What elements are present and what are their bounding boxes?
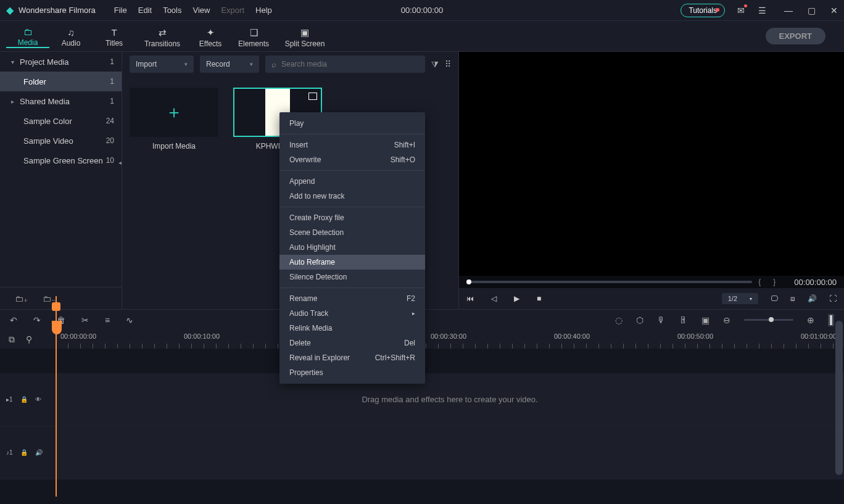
tab-audio[interactable]: ♫Audio [49,25,93,48]
stop-icon[interactable]: ■ [537,294,541,303]
import-dropdown[interactable]: Import▾ [130,56,194,73]
elements-icon: ❑ [250,27,258,38]
audio-track-body[interactable] [56,426,844,479]
sidebar-item-sample-green-screen[interactable]: Sample Green Screen10 [0,151,122,170]
sidebar-item-sample-color[interactable]: Sample Color24 [0,111,122,131]
minimize-button[interactable]: — [784,6,793,15]
tab-media[interactable]: 🗀Media [6,24,49,48]
zoom-fit-icon[interactable] [828,314,834,326]
mixer-icon[interactable]: 🎚 [679,315,688,325]
sidebar-item-shared-media[interactable]: ▸Shared Media1 [0,91,122,111]
volume-icon[interactable]: 🔊 [808,294,817,303]
ctx-add-to-new-track[interactable]: Add to new track [279,189,425,204]
app-logo-icon: ◆ [6,4,14,16]
ctx-insert[interactable]: InsertShift+I [279,138,425,152]
magnet-icon[interactable]: ⚲ [26,334,32,345]
close-button[interactable]: ✕ [830,6,838,15]
playhead-indicator [52,321,62,334]
playhead-handle[interactable] [52,302,60,311]
ctx-properties[interactable]: Properties [279,365,425,380]
render-icon[interactable]: ◌ [615,315,623,325]
mail-icon[interactable]: ✉ [736,6,746,15]
redo-icon[interactable]: ↷ [33,315,41,325]
filter-icon[interactable]: ⧩ [431,59,439,70]
ctx-audio-track[interactable]: Audio Track▸ [279,306,425,321]
crop-icon[interactable]: ▣ [701,315,710,325]
tab-effects[interactable]: ✦Effects [189,25,232,48]
menu-tools[interactable]: Tools [163,6,181,15]
menu-bar: File Edit Tools View Export Help [114,6,272,15]
fullscreen-icon[interactable]: ⛶ [829,294,837,303]
menu-export[interactable]: Export [221,6,244,15]
sliders-icon[interactable]: ≡ [105,315,110,325]
music-icon: ♫ [67,27,74,38]
snapshot-icon[interactable]: ⧇ [790,294,795,303]
ctx-delete[interactable]: DeleteDel [279,336,425,350]
record-dropdown[interactable]: Record▾ [200,56,259,73]
zoom-out-icon[interactable]: ⊖ [723,315,730,325]
title-timecode: 00:00:00:00 [401,6,444,15]
tab-titles[interactable]: TTitles [93,25,136,48]
menu-edit[interactable]: Edit [138,6,152,15]
ctx-auto-reframe[interactable]: Auto Reframe [279,255,425,270]
ctx-relink-media[interactable]: Relink Media [279,321,425,336]
title-bar: ◆ Wondershare Filmora File Edit Tools Vi… [0,0,844,21]
film-badge-icon [308,93,317,100]
monitor-icon[interactable]: 🖵 [771,294,778,303]
sidebar-item-project-media[interactable]: ▾Project Media1 [0,52,122,72]
export-button[interactable]: EXPORT [766,28,825,44]
speaker-icon[interactable]: 🔊 [35,449,43,456]
tab-transitions[interactable]: ⇄Transitions [136,25,189,48]
marker-icon[interactable]: ⬡ [636,315,643,325]
ctx-rename[interactable]: RenameF2 [279,291,425,306]
new-folder-icon[interactable]: 🗀₊ [15,294,28,304]
ctx-play[interactable]: Play [279,116,425,131]
ctx-append[interactable]: Append [279,174,425,189]
grid-view-icon[interactable]: ⠿ [445,59,451,69]
cut-icon[interactable]: ✂ [81,315,89,325]
text-icon: T [111,27,117,38]
ctx-reveal-in-explorer[interactable]: Reveal in ExplorerCtrl+Shift+R [279,350,425,365]
import-media-card[interactable]: ＋ Import Media [130,88,218,151]
preview-scrubber[interactable] [466,281,752,283]
list-icon[interactable]: ☰ [757,6,767,15]
ctx-auto-highlight[interactable]: Auto Highlight [279,240,425,255]
timeline-ruler[interactable]: 00:00:00:00 00:00:10:00 00:00:30:00 00:0… [56,330,844,349]
ctx-scene-detection[interactable]: Scene Detection [279,225,425,240]
tab-elements[interactable]: ❑Elements [232,25,275,48]
maximize-button[interactable]: ▢ [808,6,816,15]
eye-icon[interactable]: 👁 [35,396,41,403]
search-input[interactable] [281,60,419,68]
ctx-create-proxy-file[interactable]: Create Proxy file [279,210,425,225]
preview-canvas[interactable] [459,52,844,276]
sidebar-item-folder[interactable]: Folder1 [0,72,122,91]
menu-file[interactable]: File [114,6,127,15]
menu-view[interactable]: View [192,6,210,15]
mic-icon[interactable]: 🎙 [657,315,666,325]
ctx-silence-detection[interactable]: Silence Detection [279,270,425,284]
zoom-in-icon[interactable]: ⊕ [807,315,814,325]
lock-icon[interactable]: 🔒 [20,449,28,456]
zoom-slider[interactable] [744,319,793,321]
undo-icon[interactable]: ↶ [10,315,17,325]
lock-icon[interactable]: 🔒 [20,396,28,403]
waveform-icon[interactable]: ∿ [126,315,133,325]
audio-track[interactable]: ♪1 🔒 🔊 [0,426,844,479]
sidebar-item-sample-video[interactable]: Sample Video20 [0,131,122,151]
search-box[interactable]: ⌕ [265,56,425,73]
ctx-overwrite[interactable]: OverwriteShift+O [279,152,425,167]
video-track-body[interactable]: Drag media and effects here to create yo… [56,373,844,426]
sidebar-collapse-icon[interactable]: ◂ [118,159,122,166]
preview-timecode: 00:00:00:00 [794,278,837,287]
vertical-scrollbar[interactable] [835,321,843,475]
menu-help[interactable]: Help [255,6,272,15]
step-back-icon[interactable]: ◁ [491,294,497,303]
tab-split-screen[interactable]: ▣Split Screen [275,25,334,48]
track-add-icon[interactable]: ⧉ [9,334,15,345]
tabs-row: 🗀Media ♫Audio TTitles ⇄Transitions ✦Effe… [0,21,844,52]
search-icon: ⌕ [271,60,276,69]
prev-frame-icon[interactable]: ⏮ [466,294,474,303]
tutorials-button[interactable]: Tutorials [681,4,725,17]
preview-scale-dropdown[interactable]: 1/2▾ [722,293,758,304]
play-icon[interactable]: ▶ [514,294,519,303]
